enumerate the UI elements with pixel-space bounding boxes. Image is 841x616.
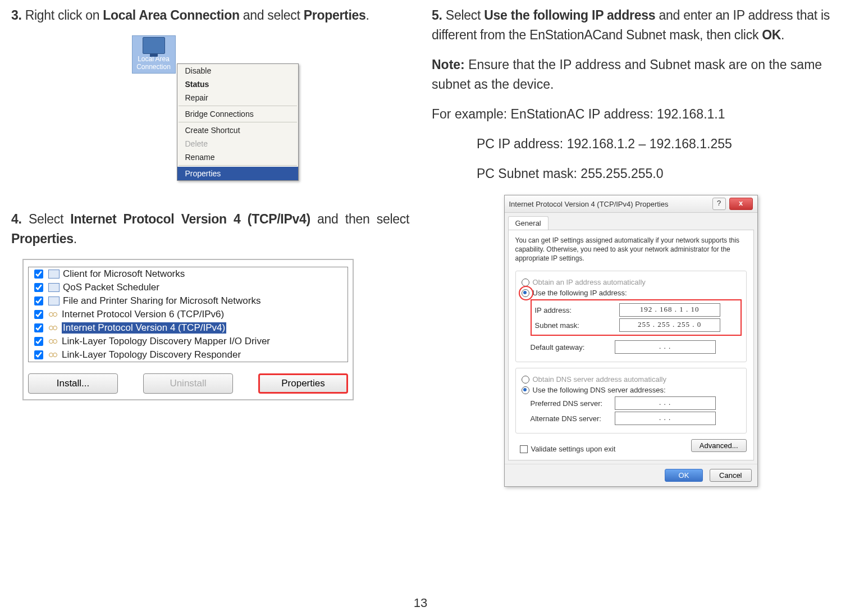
item-label: Internet Protocol Version 6 (TCP/IPv6) [62, 309, 224, 320]
figure-connection-items: Client for Microsoft Networks QoS Packet… [22, 259, 354, 400]
step-3: 3. Right click on Local Area Connection … [11, 6, 409, 25]
checkbox[interactable] [34, 337, 43, 346]
item-label: Client for Microsoft Networks [63, 268, 185, 280]
tab-panel: You can get IP settings assigned automat… [508, 230, 754, 460]
cancel-button[interactable]: Cancel [710, 469, 751, 482]
validate-checkbox-row[interactable]: Validate settings upon exit [520, 445, 616, 453]
step-4: 4. Select Internet Protocol Version 4 (T… [11, 209, 409, 249]
protocol-icon [48, 311, 58, 318]
properties-button[interactable]: Properties [258, 373, 348, 394]
alternate-dns-field[interactable]: . . . [615, 412, 716, 425]
item-label: Link-Layer Topology Discovery Responder [62, 349, 241, 361]
checkbox[interactable] [34, 283, 43, 292]
figure-ipv4-dialog: Internet Protocol Version 4 (TCP/IPv4) P… [504, 195, 758, 487]
connection-item-list[interactable]: Client for Microsoft Networks QoS Packet… [28, 267, 348, 362]
step-5-b2: OK [762, 28, 781, 42]
radio-auto-dns-label: Obtain DNS server address automatically [533, 375, 666, 384]
checkbox[interactable] [34, 270, 43, 279]
radio-use-ip[interactable]: Use the following IP address: [522, 289, 744, 297]
ip-address-label: IP address: [535, 306, 619, 314]
menu-separator [179, 165, 297, 166]
step-3-t2: and select [240, 8, 304, 22]
step-3-num: 3. [11, 8, 22, 22]
uninstall-button: Uninstall [143, 373, 233, 394]
gateway-label: Default gateway: [531, 343, 615, 352]
step-3-t1: Right click on [25, 8, 103, 22]
pc-subnet-line: PC Subnet mask: 255.255.255.0 [432, 164, 830, 184]
radio-auto-ip[interactable]: Obtain an IP address automatically [522, 278, 744, 286]
subnet-mask-label: Subnet mask: [535, 321, 619, 330]
dialog-title: Internet Protocol Version 4 (TCP/IPv4) P… [509, 200, 669, 208]
subnet-mask-field[interactable]: 255 . 255 . 255 . 0 [619, 318, 720, 332]
note-block: Note: Ensure that the IP address and Sub… [432, 55, 830, 94]
menu-shortcut[interactable]: Create Shortcut [177, 124, 298, 137]
dialog-footer: OK Cancel [505, 464, 757, 486]
menu-delete: Delete [177, 137, 298, 150]
gateway-input-group: Default gateway: . . . [531, 340, 744, 354]
protocol-icon [48, 351, 58, 359]
step-4-t1: Select [29, 212, 70, 226]
gateway-field[interactable]: . . . [615, 340, 716, 354]
service-icon [48, 283, 60, 292]
help-button[interactable]: ? [712, 198, 726, 210]
ip-address-field[interactable]: 192 . 168 . 1 . 10 [619, 303, 720, 317]
step-3-t3: . [366, 8, 369, 22]
ok-button[interactable]: OK [665, 469, 703, 482]
pc-ip-line: PC IP address: 192.168.1.2 – 192.168.1.2… [432, 134, 830, 154]
local-area-connection-icon[interactable]: Local Area Connection [132, 35, 176, 74]
checkbox-icon[interactable] [520, 445, 528, 453]
radio-icon[interactable] [522, 279, 529, 286]
context-menu[interactable]: Disable Status Repair Bridge Connections… [177, 63, 299, 181]
preferred-dns-field[interactable]: . . . [615, 396, 716, 410]
checkbox[interactable] [34, 323, 43, 332]
list-item[interactable]: QoS Packet Scheduler [29, 281, 348, 294]
item-label: Internet Protocol Version 4 (TCP/IPv4) [62, 322, 226, 334]
menu-separator [179, 106, 297, 106]
step-4-b1: Internet Protocol Version 4 (TCP/IPv4) [70, 212, 310, 226]
step-5: 5. Select Use the following IP address a… [432, 6, 830, 45]
list-item[interactable]: File and Printer Sharing for Microsoft N… [29, 294, 348, 308]
close-button[interactable]: x [729, 198, 753, 210]
step-5-t3: . [781, 28, 784, 42]
menu-properties[interactable]: Properties [177, 167, 298, 180]
step-3-b1: Local Area Connection [103, 8, 239, 22]
advanced-button[interactable]: Advanced... [691, 439, 747, 452]
figure-context-menu: Local Area Connection Disable Status Rep… [126, 35, 295, 193]
list-item[interactable]: Link-Layer Topology Discovery Mapper I/O… [29, 335, 348, 348]
dialog-titlebar[interactable]: Internet Protocol Version 4 (TCP/IPv4) P… [505, 195, 757, 213]
step-5-b1: Use the following IP address [484, 8, 655, 22]
menu-disable[interactable]: Disable [177, 64, 298, 77]
menu-rename[interactable]: Rename [177, 150, 298, 164]
radio-icon[interactable] [522, 386, 529, 394]
list-item[interactable]: Internet Protocol Version 6 (TCP/IPv6) [29, 308, 348, 321]
note-body: Ensure that the IP address and Subnet ma… [432, 57, 822, 92]
step-5-num: 5. [432, 8, 442, 22]
dialog-description: You can get IP settings assigned automat… [515, 236, 747, 263]
preferred-dns-label: Preferred DNS server: [531, 399, 615, 408]
lac-label: Local Area Connection [136, 55, 171, 71]
list-item[interactable]: Link-Layer Topology Discovery Responder [29, 348, 348, 362]
example-line: For example: EnStationAC IP address: 192… [432, 104, 830, 124]
install-button[interactable]: Install... [28, 373, 118, 394]
protocol-icon [48, 337, 58, 345]
radio-icon [522, 376, 529, 384]
menu-bridge[interactable]: Bridge Connections [177, 107, 298, 121]
menu-repair[interactable]: Repair [177, 91, 298, 104]
step-4-t3: . [74, 231, 77, 246]
service-icon [48, 296, 60, 305]
radio-icon[interactable] [522, 289, 529, 297]
checkbox[interactable] [34, 296, 43, 305]
checkbox[interactable] [34, 310, 43, 319]
checkbox[interactable] [34, 350, 43, 359]
item-label: File and Printer Sharing for Microsoft N… [63, 295, 260, 307]
tab-strip: General [505, 213, 757, 230]
list-item[interactable]: Client for Microsoft Networks [29, 267, 348, 281]
radio-use-dns-label: Use the following DNS server addresses: [533, 386, 666, 394]
step-3-b2: Properties [304, 8, 366, 22]
tab-general[interactable]: General [508, 216, 549, 230]
list-item-selected[interactable]: Internet Protocol Version 4 (TCP/IPv4) [29, 321, 348, 335]
menu-status[interactable]: Status [177, 77, 298, 91]
radio-use-dns[interactable]: Use the following DNS server addresses: [522, 386, 744, 394]
step-4-t2: and then select [310, 212, 409, 226]
radio-auto-ip-label: Obtain an IP address automatically [533, 278, 646, 286]
